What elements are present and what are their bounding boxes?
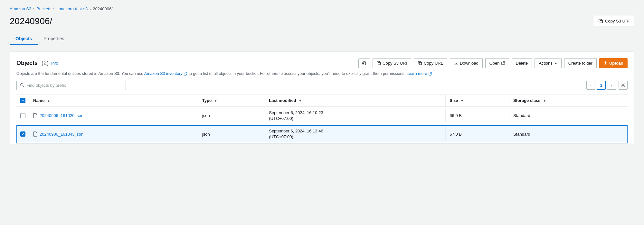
pagination-current-page: 1 — [597, 81, 606, 90]
external-link-icon-2 — [429, 72, 432, 76]
breadcrumb-sep-2: › — [53, 7, 54, 11]
create-folder-button[interactable]: Create folder — [564, 58, 597, 68]
row1-storage: Standard — [513, 113, 530, 118]
col-last-modified-sort-icon: ▼ — [298, 99, 302, 103]
objects-table: Name ▲ Type ▼ Last modified ▼ — [16, 94, 628, 144]
row2-name-link[interactable]: 20240906_161343.json — [33, 131, 194, 137]
upload-label: Upload — [609, 61, 623, 66]
create-folder-label: Create folder — [568, 61, 592, 66]
breadcrumb-bucket-name[interactable]: tinnakorn-test-s3 — [56, 6, 88, 11]
col-header-storage-class[interactable]: Storage class ▼ — [509, 94, 628, 106]
copy-s3-uri-button[interactable]: Copy S3 URI — [373, 58, 411, 68]
pagination-next-button[interactable]: › — [607, 81, 616, 90]
svg-point-3 — [21, 84, 23, 86]
pagination-settings-button[interactable] — [619, 81, 628, 90]
info-link[interactable]: Info — [51, 61, 58, 66]
open-button[interactable]: Open — [485, 58, 509, 68]
row1-name-link[interactable]: 20240906_161020.json — [33, 113, 194, 118]
tab-objects[interactable]: Objects — [10, 33, 38, 45]
row1-checkbox[interactable] — [20, 113, 25, 118]
table-row: 20240906_161343.json json September 6, 2… — [16, 125, 628, 143]
row2-name-cell: 20240906_161343.json — [29, 125, 198, 143]
col-name-sort-icon: ▲ — [47, 99, 50, 103]
col-last-modified-label: Last modified — [269, 98, 296, 103]
copy-icon-header — [599, 19, 603, 23]
upload-icon — [603, 61, 608, 65]
select-all-header[interactable] — [16, 94, 29, 106]
s3-inventory-link[interactable]: Amazon S3 inventory — [144, 71, 183, 76]
search-input[interactable] — [26, 83, 122, 88]
row2-checkbox-cell[interactable] — [16, 125, 29, 143]
copy-url-icon — [418, 61, 422, 65]
row1-type-cell: json — [198, 106, 265, 125]
row2-storage: Standard — [513, 132, 530, 137]
row1-checkbox-cell[interactable] — [16, 106, 29, 125]
row2-checkbox[interactable] — [20, 131, 25, 137]
row2-name: 20240906_161343.json — [40, 132, 83, 137]
page-container: Amazon S3 › Buckets › tinnakorn-test-s3 … — [0, 0, 644, 225]
row1-modified-cell: September 6, 2024, 16:10:23 (UTC+07:00) — [265, 106, 445, 125]
col-header-name[interactable]: Name ▲ — [29, 94, 198, 106]
open-label: Open — [489, 61, 500, 66]
toolbar: Objects (2) Info Copy S3 URI — [16, 58, 628, 68]
delete-label: Delete — [516, 61, 528, 66]
download-icon — [454, 61, 458, 65]
col-storage-label: Storage class — [513, 98, 541, 103]
row1-modified: September 6, 2024, 16:10:23 (UTC+07:00) — [269, 110, 441, 122]
learn-more-link[interactable]: Learn more — [407, 71, 427, 76]
table-row: 20240906_161020.json json September 6, 2… — [16, 106, 628, 125]
settings-icon — [621, 83, 625, 87]
tab-properties[interactable]: Properties — [38, 33, 70, 45]
row2-size: 67.0 B — [450, 132, 462, 137]
search-box — [16, 81, 126, 90]
select-all-checkbox[interactable] — [20, 98, 25, 103]
open-external-icon — [501, 61, 505, 65]
row2-size-cell: 67.0 B — [446, 125, 509, 143]
upload-button[interactable]: Upload — [599, 58, 628, 68]
pagination-controls: ‹ 1 › — [586, 81, 628, 90]
row1-storage-cell: Standard — [509, 106, 628, 125]
delete-button[interactable]: Delete — [512, 58, 532, 68]
row2-type-cell: json — [198, 125, 265, 143]
file-icon-1 — [33, 113, 38, 118]
copy-s3-uri-header-label: Copy S3 URI — [605, 19, 630, 23]
pagination-prev-button[interactable]: ‹ — [586, 81, 595, 90]
row1-name: 20240906_161020.json — [40, 113, 83, 118]
breadcrumb-amazon-s3[interactable]: Amazon S3 — [10, 6, 31, 11]
svg-point-4 — [622, 85, 624, 86]
actions-button[interactable]: Actions — [535, 58, 562, 68]
col-header-last-modified[interactable]: Last modified ▼ — [265, 94, 445, 106]
copy-s3-uri-icon — [377, 61, 381, 65]
col-header-type[interactable]: Type ▼ — [198, 94, 265, 106]
copy-s3-uri-header-button[interactable]: Copy S3 URI — [594, 16, 634, 26]
breadcrumb-sep-1: › — [33, 7, 34, 11]
row1-name-cell: 20240906_161020.json — [29, 106, 198, 125]
page-header: 20240906/ Copy S3 URI — [10, 16, 634, 26]
download-button[interactable]: Download — [450, 58, 483, 68]
col-storage-sort-icon: ▼ — [543, 99, 546, 103]
svg-rect-0 — [600, 20, 603, 23]
tabs-bar: Objects Properties — [10, 33, 634, 45]
row1-type: json — [202, 113, 210, 118]
breadcrumb-sep-3: › — [90, 7, 91, 11]
copy-s3-uri-label: Copy S3 URI — [383, 61, 407, 66]
breadcrumb-current: 20240906/ — [93, 6, 112, 11]
download-label: Download — [460, 61, 478, 66]
row2-type: json — [202, 132, 210, 137]
actions-chevron-icon — [554, 62, 557, 65]
description-bar: Objects are the fundamental entities sto… — [16, 71, 628, 77]
copy-url-label: Copy URL — [424, 61, 443, 66]
file-icon-2 — [33, 131, 38, 137]
row2-modified: September 6, 2024, 16:13:46 (UTC+07:00) — [269, 128, 441, 140]
actions-label: Actions — [539, 61, 553, 66]
description-text: Objects are the fundamental entities sto… — [16, 71, 143, 76]
breadcrumb-buckets[interactable]: Buckets — [36, 6, 51, 11]
row1-size: 66.0 B — [450, 113, 462, 118]
copy-url-button[interactable]: Copy URL — [414, 58, 447, 68]
col-header-size[interactable]: Size ▼ — [446, 94, 509, 106]
col-size-label: Size — [450, 98, 458, 103]
col-name-label: Name — [33, 98, 44, 103]
row1-size-cell: 66.0 B — [446, 106, 509, 125]
refresh-button[interactable] — [358, 59, 370, 68]
external-link-icon-1 — [184, 72, 187, 76]
